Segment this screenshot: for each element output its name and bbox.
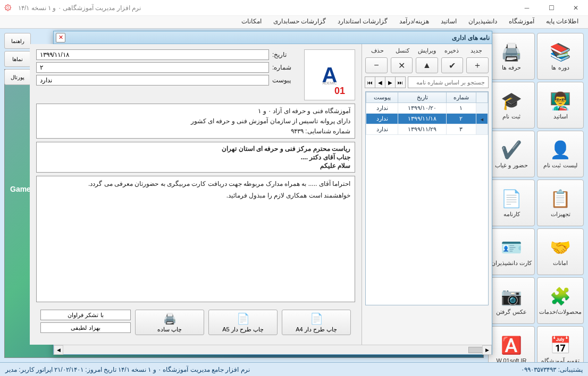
signature-field-2[interactable] xyxy=(40,322,131,333)
date-field[interactable] xyxy=(36,49,269,60)
menu-item-7[interactable]: امکانات xyxy=(236,16,267,28)
search-input[interactable] xyxy=(408,76,489,88)
sidebar-label-2: اساتید xyxy=(553,113,568,120)
dialog-form-pane: AADEMIC01 تاریخ: شماره: پیوست xyxy=(30,44,362,345)
toolbar-label-3: کنسل xyxy=(390,47,414,54)
att-field[interactable] xyxy=(36,75,269,86)
minimize-button[interactable]: ─ xyxy=(515,0,539,16)
sidebar-item-1[interactable]: 🖨️حرفه ها xyxy=(488,33,535,80)
sidebar-item-8[interactable]: 🤝امانات xyxy=(537,228,584,275)
letters-grid[interactable]: شمارهتاریخپیوست۱۱۳۹۹/۱۰/۲۰ندارد۲۱۳۹۹/۱۱/… xyxy=(365,91,489,305)
dialog-titlebar[interactable]: نامه های اداری ✕ xyxy=(54,31,492,44)
nav-next-button[interactable]: ▶ xyxy=(385,76,396,88)
menu-item-1[interactable]: آموزشگاه xyxy=(503,16,540,28)
menu-item-2[interactable]: دانشپذیران xyxy=(463,16,502,28)
menu-item-6[interactable]: گزارشات حسابداری xyxy=(268,16,331,28)
org-logo: AADEMIC01 xyxy=(304,49,355,100)
dialog-close-button[interactable]: ✕ xyxy=(56,33,65,42)
sidebar-label-4: لیست ثبت نام xyxy=(543,162,577,169)
left-toolbar: راهنمانماهاپورتال xyxy=(4,33,31,85)
sidebar-item-10[interactable]: 🧩محصولات/خدمات xyxy=(537,277,584,324)
menu-item-3[interactable]: اساتید xyxy=(435,16,462,28)
print-a4-icon: 📄 xyxy=(310,312,323,325)
print-a5-button[interactable]: 📄 چاپ طرح دار A5 xyxy=(208,310,278,335)
left-toolbar-0[interactable]: راهنما xyxy=(4,33,31,49)
status-right: پشتیبانی: ۰۹۹۰۳۵۷۳۴۹۳ xyxy=(521,366,583,373)
sidebar-label-9: کارت دانشپذیران xyxy=(491,260,532,267)
toolbar-label-1: ذخیره xyxy=(439,47,464,54)
toolbar-button-3[interactable]: ✕ xyxy=(391,57,413,73)
sidebar-item-11[interactable]: 📷عکس گرفتن xyxy=(488,277,535,324)
table-row[interactable]: ۳۱۳۹۹/۱۱/۲۹ندارد xyxy=(366,124,488,135)
left-toolbar-2[interactable]: پورتال xyxy=(4,69,31,85)
sidebar-icon-11: 📷 xyxy=(501,286,522,306)
toolbar-button-1[interactable]: ✔ xyxy=(441,57,464,73)
sidebar-item-12[interactable]: 📅تقویم آموزشگاه xyxy=(537,326,584,362)
sidebar-icon-7: 📄 xyxy=(501,189,522,209)
subject-line-2: جناب آقای دکتر .... xyxy=(41,153,350,161)
table-row[interactable]: ۲۱۳۹۹/۱۱/۱۸ندارد xyxy=(366,114,488,124)
sidebar-item-6[interactable]: 📋تجهیزات xyxy=(537,180,584,226)
sidebar-item-2[interactable]: 👨‍🏫اساتید xyxy=(537,82,584,129)
maximize-button[interactable]: ☐ xyxy=(539,0,564,16)
dialog-list-pane: جدیدذخیرهویرایشکنسلحذف ＋✔▲✕− ⏭ ▶ ◀ ⏮ شما… xyxy=(362,44,492,345)
sidebar-icon-12: 📅 xyxy=(550,335,571,355)
dialog-title: نامه های اداری xyxy=(65,34,490,41)
subject-box: ریاست محترم مرکز فنی و حرفه ای استان تهر… xyxy=(36,142,355,173)
sidebar-icon-13: 🅰️ xyxy=(501,335,522,355)
att-label: پیوست xyxy=(272,76,296,84)
nav-last-button[interactable]: ⏭ xyxy=(395,76,406,88)
left-toolbar-1[interactable]: نماها xyxy=(4,51,31,67)
sidebar: 📚دوره ها🖨️حرفه ها👨‍🏫اساتید🎓ثبت نام👤لیست … xyxy=(487,33,584,362)
sidebar-label-8: امانات xyxy=(553,260,568,267)
official-letters-dialog: نامه های اداری ✕ جدیدذخیرهویرایشکنسلحذف … xyxy=(53,31,492,355)
sidebar-label-1: حرفه ها xyxy=(502,64,521,71)
sidebar-icon-6: 📋 xyxy=(550,189,571,209)
sidebar-item-5[interactable]: ✔️حضور و غیاب xyxy=(488,131,535,177)
scroll-right-button[interactable]: ▶ xyxy=(482,345,492,355)
nav-first-button[interactable]: ⏮ xyxy=(365,76,375,88)
sidebar-label-3: ثبت نام xyxy=(502,113,520,120)
print-simple-button[interactable]: 🖨️ چاپ ساده xyxy=(135,310,204,335)
sidebar-item-3[interactable]: 🎓ثبت نام xyxy=(488,82,535,129)
sidebar-label-11: عکس گرفتن xyxy=(496,309,526,315)
sidebar-item-0[interactable]: 📚دوره ها xyxy=(537,33,584,80)
sidebar-item-13[interactable]: 🅰️W.01soft.IR xyxy=(488,326,535,362)
scroll-left-button[interactable]: ◀ xyxy=(54,345,63,355)
sidebar-icon-3: 🎓 xyxy=(501,91,522,111)
org-line-3: شماره شناسایی: ۹۴۳۹ xyxy=(41,127,350,135)
sidebar-icon-5: ✔️ xyxy=(501,140,522,160)
close-button[interactable]: ✕ xyxy=(564,0,588,16)
sidebar-icon-1: 🖨️ xyxy=(501,42,522,62)
sidebar-icon-2: 👨‍🏫 xyxy=(550,91,571,111)
no-field[interactable] xyxy=(36,62,269,73)
no-label: شماره: xyxy=(272,64,296,71)
sidebar-item-9[interactable]: 🪪کارت دانشپذیران xyxy=(488,228,535,275)
date-label: تاریخ: xyxy=(272,51,296,58)
table-row[interactable]: ۱۱۳۹۹/۱۰/۲۰ندارد xyxy=(366,103,488,114)
nav-prev-button[interactable]: ◀ xyxy=(375,76,385,88)
toolbar-button-4[interactable]: − xyxy=(365,57,388,73)
org-line-1: آموزشگاه فنی و حرفه ای آزاد ۰ و ۱ xyxy=(41,107,350,115)
sidebar-icon-8: 🤝 xyxy=(550,237,571,258)
toolbar-button-2[interactable]: ▲ xyxy=(416,57,438,73)
menu-item-0[interactable]: اطلاعات پایه xyxy=(541,16,584,28)
window-title: نرم افزار مدیریت آموزشگاهی ۰ و ۱ نسخه ۱۴… xyxy=(18,4,141,12)
menu-item-4[interactable]: هزینه/درآمد xyxy=(394,16,434,28)
org-line-2: دارای پروانه تاسیس از سازمان آموزش فنی و… xyxy=(41,117,350,125)
sidebar-label-0: دوره ها xyxy=(551,64,569,71)
sidebar-item-7[interactable]: 📄کارنامه xyxy=(488,180,535,226)
signature-field-1[interactable] xyxy=(40,310,131,320)
sidebar-item-4[interactable]: 👤لیست ثبت نام xyxy=(537,131,584,177)
horizontal-scrollbar[interactable]: ◀ ▶ xyxy=(54,345,492,354)
print-a4-button[interactable]: 📄 چاپ طرح دار A4 xyxy=(282,310,351,335)
status-bar: پشتیبانی: ۰۹۹۰۳۵۷۳۴۹۳ نرم افزار جامع مدی… xyxy=(0,362,588,376)
subject-line-3: سلام علیکم xyxy=(41,162,350,169)
letter-body[interactable]: احتراما آقای ..... به همراه مدارک مربوطه… xyxy=(36,176,355,302)
signature-box xyxy=(40,310,131,335)
sidebar-icon-0: 📚 xyxy=(550,42,571,62)
status-left: نرم افزار جامع مدیریت آموزشگاه ۰ و ۱ نسخ… xyxy=(5,366,250,373)
sidebar-label-10: محصولات/خدمات xyxy=(539,309,582,315)
toolbar-button-0[interactable]: ＋ xyxy=(466,57,489,73)
menu-item-5[interactable]: گزارشات استاندارد xyxy=(332,16,393,28)
